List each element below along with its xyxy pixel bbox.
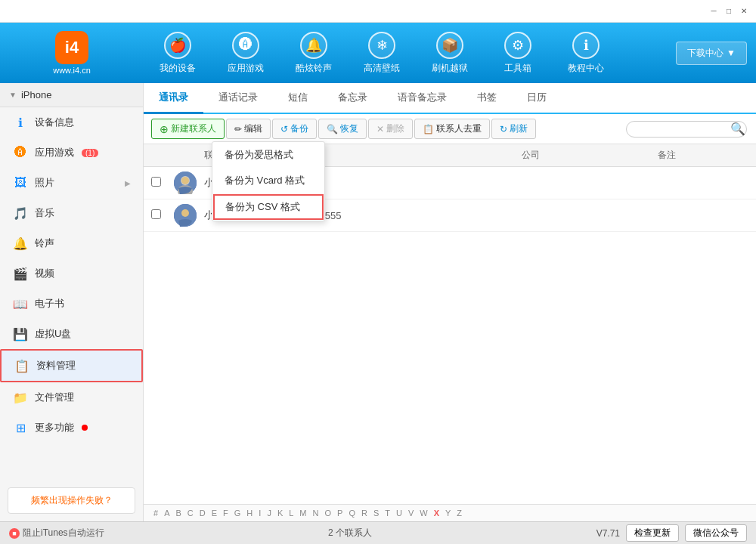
sidebar-item-video-label: 视频 [35,267,54,280]
delete-label: 删除 [386,122,404,135]
alpha-o[interactable]: O [322,508,333,518]
alpha-c[interactable]: C [185,508,196,518]
alpha-k[interactable]: K [275,508,285,518]
nav-item-tutorials[interactable]: ℹ 教程中心 [552,23,620,83]
row2-checkbox[interactable] [151,209,174,221]
check-update-button[interactable]: 检查更新 [626,524,679,542]
alpha-t[interactable]: T [383,508,392,518]
frequent-error-button[interactable]: 频繁出现操作失败？ [8,487,135,514]
tab-voice-memo[interactable]: 语音备忘录 [383,83,462,114]
itunes-notice-label: 阻止iTunes自动运行 [23,527,104,539]
sidebar-item-more-features[interactable]: ⊞ 更多功能 [0,413,143,443]
sidebar-item-video[interactable]: 🎬 视频 [0,258,143,289]
wechat-official-button[interactable]: 微信公众号 [685,524,747,542]
sidebar-item-file-manager-label: 文件管理 [35,391,74,404]
alpha-y[interactable]: Y [443,508,453,518]
tab-contacts[interactable]: 通讯录 [144,83,203,114]
alpha-n[interactable]: N [311,508,321,518]
alpha-a[interactable]: A [162,508,172,518]
virtual-udisk-icon: 💾 [12,326,29,342]
delete-button[interactable]: ✕ 删除 [368,119,413,139]
minimize-button[interactable]: ─ [708,5,720,17]
alpha-u[interactable]: U [394,508,404,518]
tools-icon: ⚙ [504,32,531,59]
alpha-l[interactable]: L [287,508,296,518]
alpha-b[interactable]: B [173,508,183,518]
row2-check-input[interactable] [151,209,161,219]
itunes-notice: ■ 阻止iTunes自动运行 [9,527,104,539]
alpha-m[interactable]: M [297,508,308,518]
sidebar-item-ringtones-label: 铃声 [35,236,54,250]
sidebar-item-apps-games[interactable]: 🅐 应用游戏 (1) [0,138,143,168]
device-info-icon: ℹ [12,114,29,131]
nav-item-apps-label: 应用游戏 [228,62,264,75]
search-input[interactable] [626,121,747,138]
top-nav: i4 www.i4.cn 🍎 我的设备 🅐 应用游戏 🔔 酷炫铃声 ❄ 高清壁纸… [0,23,756,83]
sidebar-item-music[interactable]: 🎵 音乐 [0,198,143,228]
nav-item-my-device[interactable]: 🍎 我的设备 [144,23,212,83]
row1-check-input[interactable] [151,177,161,187]
alpha-z[interactable]: Z [454,508,464,518]
restore-button[interactable]: 🔍 恢复 [318,119,367,139]
tab-sms[interactable]: 短信 [273,83,323,114]
status-bar-right: V7.71 检查更新 微信公众号 [596,524,747,542]
alpha-j[interactable]: J [265,508,274,518]
alpha-s[interactable]: S [371,508,381,518]
row1-checkbox[interactable] [151,177,174,189]
alpha-g[interactable]: G [232,508,243,518]
alpha-r[interactable]: R [359,508,370,518]
alpha-h[interactable]: H [244,508,255,518]
refresh-button[interactable]: ↻ 刷新 [491,119,536,139]
backup-button[interactable]: ↺ 备份 [272,119,317,139]
window-controls: ─ □ ✕ [708,5,750,17]
svg-point-5 [181,209,189,217]
backup-csv-option[interactable]: 备份为 CSV 格式 [213,194,324,220]
backup-vcard-option[interactable]: 备份为 Vcard 格式 [212,168,324,193]
jailbreak-icon: 📦 [436,32,463,59]
tab-call-log[interactable]: 通话记录 [203,83,273,114]
alpha-q[interactable]: Q [346,508,358,518]
sidebar-item-virtual-udisk[interactable]: 💾 虚拟U盘 [0,319,143,349]
nav-item-tools[interactable]: ⚙ 工具箱 [484,23,552,83]
sidebar-item-photos[interactable]: 🖼 照片 ▶ [0,168,143,198]
edit-button[interactable]: ✏ 编辑 [226,119,271,139]
alpha-p[interactable]: P [335,508,345,518]
tab-bookmarks[interactable]: 书签 [462,83,512,114]
photos-icon: 🖼 [12,175,29,191]
alpha-v[interactable]: V [406,508,416,518]
restore-icon: 🔍 [327,124,338,134]
sidebar-item-data-manager[interactable]: 📋 资料管理 [0,349,143,382]
maximize-button[interactable]: □ [723,5,735,17]
nav-item-wallpaper[interactable]: ❄ 高清壁纸 [348,23,416,83]
close-button[interactable]: ✕ [738,5,750,17]
alpha-e[interactable]: E [209,508,219,518]
backup-i4-option[interactable]: 备份为爱思格式 [212,142,324,168]
music-icon: 🎵 [12,205,29,221]
add-icon: ⊕ [160,123,169,135]
new-contact-button[interactable]: ⊕ 新建联系人 [151,119,225,139]
alpha-i[interactable]: I [256,508,263,518]
tab-calendar[interactable]: 日历 [512,83,562,114]
sidebar-item-ringtones[interactable]: 🔔 铃声 [0,228,143,258]
logo-area: i4 www.i4.cn [0,23,144,83]
sidebar-item-device-info[interactable]: ℹ 设备信息 [0,107,143,138]
avatar [174,172,197,194]
nav-item-ringtones[interactable]: 🔔 酷炫铃声 [280,23,348,83]
avatar [174,204,197,227]
alpha-hash[interactable]: # [151,508,160,518]
alpha-f[interactable]: F [221,508,231,518]
nav-item-jailbreak[interactable]: 📦 刷机越狱 [416,23,484,83]
data-manager-icon: 📋 [14,357,30,374]
nav-item-apps[interactable]: 🅐 应用游戏 [212,23,280,83]
export-button[interactable]: 📋 联系人去重 [414,119,490,139]
alpha-w[interactable]: W [417,508,429,518]
download-button[interactable]: 下载中心 ▼ [676,42,747,65]
more-features-icon: ⊞ [12,419,29,436]
sidebar-item-ebooks[interactable]: 📖 电子书 [0,289,143,319]
sidebar-item-file-manager[interactable]: 📁 文件管理 [0,382,143,413]
alpha-x[interactable]: X [432,508,442,518]
sidebar-device-arrow: ▼ [9,91,17,99]
contact-count: 2 个联系人 [112,527,589,539]
alpha-d[interactable]: D [197,508,208,518]
tab-memo[interactable]: 备忘录 [323,83,383,114]
